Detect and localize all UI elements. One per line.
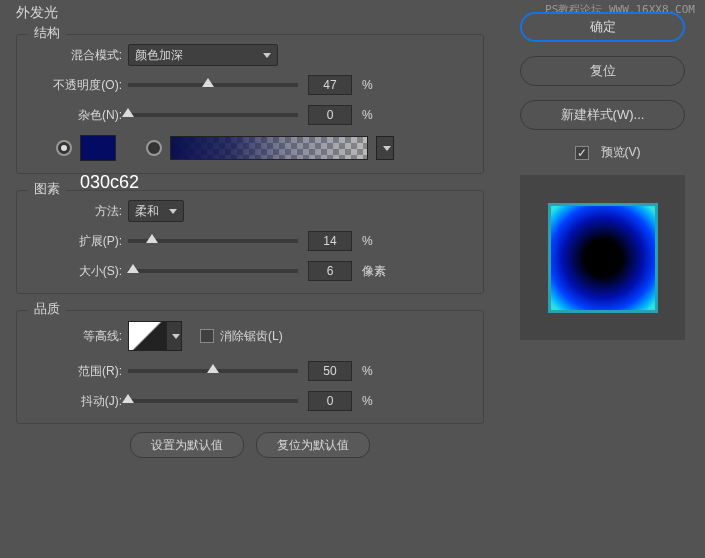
group-quality: 品质 等高线: 消除锯齿(L) 范围(R): % 抖动(J): % (10, 302, 490, 424)
preview-thumbnail (548, 203, 658, 313)
preview-label: 预览(V) (601, 144, 641, 161)
preview-box (520, 175, 685, 340)
spread-input[interactable] (308, 231, 352, 251)
group-structure: 结构 混合模式: 颜色加深 不透明度(O): % 杂色(N): % (10, 26, 490, 174)
antialias-checkbox[interactable] (200, 329, 214, 343)
size-label: 大小(S): (18, 263, 128, 280)
spread-label: 扩展(P): (18, 233, 128, 250)
noise-slider[interactable] (128, 113, 298, 117)
group-structure-label: 结构 (28, 24, 66, 42)
method-value: 柔和 (135, 203, 159, 220)
color-radio[interactable] (56, 140, 72, 156)
jitter-label: 抖动(J): (18, 393, 128, 410)
blend-mode-label: 混合模式: (18, 47, 128, 64)
side-panel: 确定 复位 新建样式(W)... 预览(V) (520, 0, 695, 340)
new-style-button[interactable]: 新建样式(W)... (520, 100, 685, 130)
gradient-dropdown-button[interactable] (376, 136, 394, 160)
gradient-radio[interactable] (146, 140, 162, 156)
size-input[interactable] (308, 261, 352, 281)
chevron-down-icon (172, 334, 180, 339)
contour-dropdown-button[interactable] (166, 321, 182, 351)
color-annotation: 030c62 (80, 172, 139, 193)
main-panel: 外发光 结构 混合模式: 颜色加深 不透明度(O): % 杂色(N): % (0, 0, 500, 558)
reset-button[interactable]: 复位 (520, 56, 685, 86)
opacity-input[interactable] (308, 75, 352, 95)
noise-unit: % (362, 108, 373, 122)
preview-checkbox[interactable] (575, 146, 589, 160)
jitter-slider[interactable] (128, 399, 298, 403)
jitter-unit: % (362, 394, 373, 408)
spread-slider[interactable] (128, 239, 298, 243)
set-default-button[interactable]: 设置为默认值 (130, 432, 244, 458)
method-dropdown[interactable]: 柔和 (128, 200, 184, 222)
reset-default-button[interactable]: 复位为默认值 (256, 432, 370, 458)
ok-button[interactable]: 确定 (520, 12, 685, 42)
contour-label: 等高线: (18, 328, 128, 345)
spread-unit: % (362, 234, 373, 248)
noise-input[interactable] (308, 105, 352, 125)
range-unit: % (362, 364, 373, 378)
opacity-label: 不透明度(O): (18, 77, 128, 94)
size-slider[interactable] (128, 269, 298, 273)
opacity-slider[interactable] (128, 83, 298, 87)
group-elements: 图素 方法: 柔和 扩展(P): % 大小(S): 像素 (10, 182, 490, 294)
group-quality-label: 品质 (28, 300, 66, 318)
chevron-down-icon (169, 209, 177, 214)
method-label: 方法: (18, 203, 128, 220)
contour-picker[interactable] (128, 321, 166, 351)
color-swatch[interactable] (80, 135, 116, 161)
chevron-down-icon (263, 53, 271, 58)
blend-mode-value: 颜色加深 (135, 47, 183, 64)
opacity-unit: % (362, 78, 373, 92)
blend-mode-dropdown[interactable]: 颜色加深 (128, 44, 278, 66)
range-slider[interactable] (128, 369, 298, 373)
range-label: 范围(R): (18, 363, 128, 380)
group-elements-label: 图素 (28, 180, 66, 198)
noise-label: 杂色(N): (18, 107, 128, 124)
chevron-down-icon (383, 146, 391, 151)
range-input[interactable] (308, 361, 352, 381)
panel-title: 外发光 (10, 4, 490, 22)
antialias-label: 消除锯齿(L) (220, 328, 283, 345)
size-unit: 像素 (362, 263, 386, 280)
gradient-bar[interactable] (170, 136, 368, 160)
jitter-input[interactable] (308, 391, 352, 411)
